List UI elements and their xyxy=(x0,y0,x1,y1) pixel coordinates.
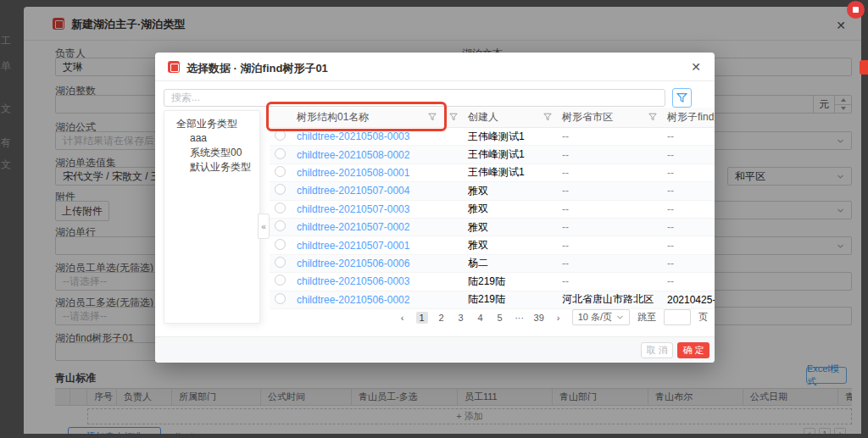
page-number[interactable]: 2 xyxy=(436,313,448,323)
row-radio[interactable] xyxy=(275,274,286,286)
filter-button[interactable] xyxy=(672,88,692,108)
row-region: -- xyxy=(557,258,662,269)
pagination: ‹12345···39›10 条/页跳至页 xyxy=(397,309,708,325)
data-table: 树形结构01名称创建人树形省市区树形子find大childtree-202105… xyxy=(270,108,715,309)
page-number-active[interactable]: 1 xyxy=(416,312,428,324)
category-item[interactable]: 系统类型00 xyxy=(164,146,259,160)
row-name-link: childtree-20210507-0002 xyxy=(292,221,442,233)
column-header-5[interactable]: 树形子find大 xyxy=(662,108,715,127)
row-bigdata: -- xyxy=(662,149,715,161)
floating-badge-icon[interactable] xyxy=(847,1,865,19)
row-region: -- xyxy=(557,221,662,233)
row-bigdata: -- xyxy=(662,185,715,197)
table-row[interactable]: childtree-20210507-0004雅双---- xyxy=(270,182,715,200)
row-bigdata: -- xyxy=(662,130,715,142)
category-item-root[interactable]: 全部业务类型 xyxy=(164,117,259,131)
annotation-highlight-box xyxy=(266,102,447,131)
table-row[interactable]: childtree-20210507-0003雅双---- xyxy=(270,201,715,219)
row-radio[interactable] xyxy=(275,257,286,268)
row-creator: 王伟峰测试1 xyxy=(463,165,557,180)
collapse-panel-handle[interactable]: « xyxy=(258,213,270,239)
confirm-button[interactable]: 确 定 xyxy=(677,342,709,358)
row-creator: 雅双 xyxy=(463,238,557,252)
radio-cell[interactable] xyxy=(270,130,292,143)
page-size-value: 10 条/页 xyxy=(578,311,612,324)
row-radio[interactable] xyxy=(275,130,286,141)
funnel-icon[interactable] xyxy=(648,113,657,121)
chevron-down-icon xyxy=(616,313,624,321)
radio-cell[interactable] xyxy=(270,257,292,270)
table-row[interactable]: childtree-20210507-0002雅双---- xyxy=(270,219,715,236)
row-radio[interactable] xyxy=(275,202,286,213)
radio-cell[interactable] xyxy=(270,166,292,180)
column-header-label: 创建人 xyxy=(468,110,498,125)
page-number[interactable]: 3 xyxy=(455,313,467,323)
radio-cell[interactable] xyxy=(270,148,292,162)
row-creator: 雅双 xyxy=(463,220,557,235)
row-bigdata: -- xyxy=(662,240,715,252)
category-item[interactable]: aaa xyxy=(164,131,259,146)
side-red-tag[interactable] xyxy=(860,60,868,75)
modal-title: 选择数据 · 湖泊find树形子01 xyxy=(186,61,328,76)
radio-cell[interactable] xyxy=(270,293,292,307)
column-header-label: 树形子find大 xyxy=(667,110,715,125)
table-row[interactable]: childtree-20210508-0002王伟峰测试1---- xyxy=(270,146,715,164)
modal-close-icon[interactable]: ✕ xyxy=(691,60,701,74)
jump-label: 跳至 xyxy=(637,311,656,324)
table-row[interactable]: childtree-20210507-0001雅双---- xyxy=(270,236,715,254)
row-region: -- xyxy=(557,167,662,179)
row-creator: 陆219陆 xyxy=(463,274,557,289)
row-name-link: childtree-20210508-0002 xyxy=(292,149,442,161)
row-bigdata: -- xyxy=(662,167,715,179)
row-name-link: childtree-20210506-0003 xyxy=(292,275,442,287)
page-number[interactable]: 5 xyxy=(494,313,506,323)
page-prev-button[interactable]: ‹ xyxy=(397,313,409,323)
row-radio[interactable] xyxy=(275,293,286,304)
radio-cell[interactable] xyxy=(270,184,292,197)
row-name-link: childtree-20210506-0002 xyxy=(292,294,442,306)
row-region: 河北省唐山市路北区 xyxy=(557,292,662,307)
row-radio[interactable] xyxy=(275,220,286,231)
row-region: -- xyxy=(557,275,662,287)
row-radio[interactable] xyxy=(275,239,286,250)
row-name-link: childtree-20210507-0001 xyxy=(292,240,442,252)
row-bigdata: -- xyxy=(662,221,715,233)
row-creator: 雅双 xyxy=(463,184,557,198)
row-region: -- xyxy=(557,185,662,197)
column-header-3[interactable]: 创建人 xyxy=(463,108,557,127)
table-row[interactable]: childtree-20210506-0003陆219陆---- xyxy=(270,273,715,291)
row-radio[interactable] xyxy=(275,184,286,195)
select-data-modal: 选择数据 · 湖泊find树形子01 ✕ 搜索... 全部业务类型aaa系统类型… xyxy=(155,53,715,363)
category-item[interactable]: 默认业务类型 xyxy=(164,160,259,175)
column-header-4[interactable]: 树形省市区 xyxy=(557,108,662,127)
funnel-icon[interactable] xyxy=(449,113,458,121)
page-number[interactable]: 39 xyxy=(533,313,545,323)
cancel-button[interactable]: 取 消 xyxy=(641,342,673,358)
table-row[interactable]: childtree-20210506-0006杨二---- xyxy=(270,255,715,273)
screen: 工单文有文 新建湖泊主子·湖泊类型 ✕ 负责人艾琳湖泊整数湖泊公式计算结果请在保… xyxy=(0,0,868,438)
row-bigdata: 20210425- xyxy=(662,294,715,306)
table-row[interactable]: childtree-20210506-0002陆219陆河北省唐山市路北区202… xyxy=(270,291,715,309)
radio-cell[interactable] xyxy=(270,202,292,216)
page-next-button[interactable]: › xyxy=(553,313,565,323)
jump-page-input[interactable] xyxy=(664,309,691,325)
row-radio[interactable] xyxy=(275,148,286,159)
row-radio[interactable] xyxy=(275,166,286,177)
table-row[interactable]: childtree-20210508-0001王伟峰测试1---- xyxy=(270,164,715,182)
row-creator: 王伟峰测试1 xyxy=(463,147,557,162)
funnel-icon[interactable] xyxy=(543,113,552,121)
row-bigdata: -- xyxy=(662,275,715,287)
row-region: -- xyxy=(557,203,662,215)
radio-cell[interactable] xyxy=(270,239,292,252)
page-number[interactable]: ··· xyxy=(514,313,526,323)
modal-logo-icon xyxy=(168,61,180,73)
row-name-link: childtree-20210507-0003 xyxy=(292,203,442,215)
row-name-link: childtree-20210508-0001 xyxy=(292,167,442,179)
column-header-label: 树形省市区 xyxy=(562,110,613,125)
radio-cell[interactable] xyxy=(270,274,292,288)
radio-cell[interactable] xyxy=(270,220,292,234)
row-bigdata: -- xyxy=(662,258,715,269)
page-size-select[interactable]: 10 条/页 xyxy=(572,309,630,325)
row-creator: 雅双 xyxy=(463,202,557,216)
page-number[interactable]: 4 xyxy=(475,313,487,323)
